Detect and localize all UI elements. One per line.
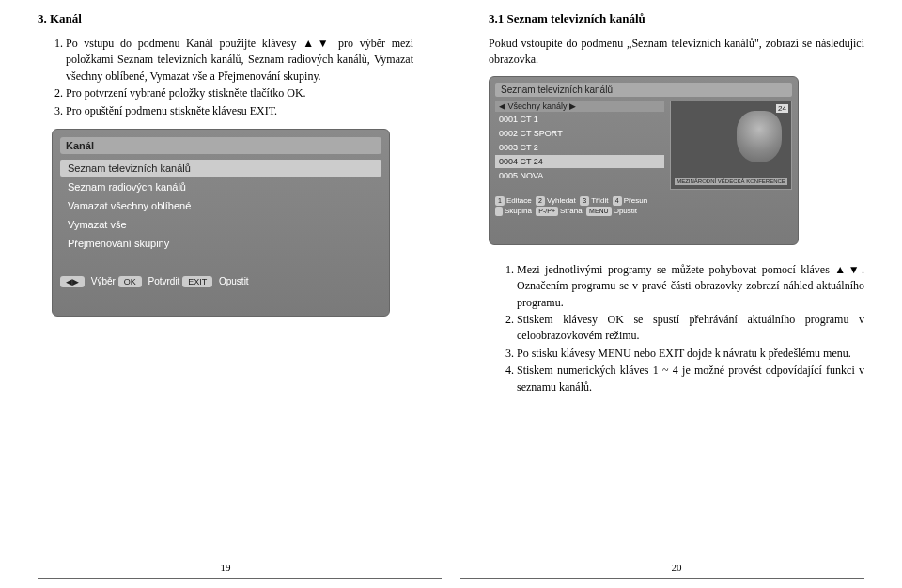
menu-item: Seznam televizních kanálů: [60, 160, 381, 177]
list-item: Po stisku klávesy MENU nebo EXIT dojde k…: [517, 346, 864, 362]
hint-key: OK: [118, 276, 142, 287]
preview-pane: 24 MEZINÁRODNÍ VĚDECKÁ KONFERENCE: [670, 101, 792, 190]
footer-rule: [38, 578, 442, 580]
channel-item: 0004 CT 24: [495, 155, 664, 168]
list-item: Stiskem numerických kláves 1 ~ 4 je možn…: [517, 363, 864, 395]
section-heading: 3.1 Seznam televizních kanálů: [489, 11, 864, 26]
screenshot-channel-menu: Kanál Seznam televizních kanálů Seznam r…: [52, 129, 390, 317]
list-item: Pro potvrzení vybrané položky stiskněte …: [66, 85, 413, 101]
legend-key: 1: [495, 196, 505, 206]
instruction-list: Mezi jednotlivými programy se můžete poh…: [489, 262, 864, 395]
preview-image: [737, 111, 782, 162]
menu-item: Přejmenování skupiny: [60, 235, 381, 252]
tab-arrow-left: ◀: [499, 101, 505, 111]
hint-label: Výběr: [91, 276, 116, 286]
tab-arrow-right: ▶: [569, 101, 576, 111]
menu-item: Seznam radiových kanálů: [60, 178, 381, 195]
footer-rule: [460, 578, 864, 580]
page-number: 20: [672, 562, 682, 573]
menu-list: Seznam televizních kanálů Seznam radiový…: [60, 160, 381, 252]
tab-text: Všechny kanály: [508, 101, 568, 111]
page-number: 19: [221, 562, 231, 573]
legend-label: Vyhledat: [547, 196, 576, 205]
legend-label: Skupina: [505, 207, 532, 215]
legend-key: 4: [613, 196, 622, 206]
legend-key: 2: [536, 196, 545, 206]
page-left: 3. Kanál Po vstupu do podmenu Kanál použ…: [0, 0, 451, 588]
hint-label: Opustit: [219, 276, 249, 286]
channel-list: ◀ Všechny kanály ▶ 0001 CT 1 0002 CT SPO…: [495, 101, 664, 190]
tab-label: ◀ Všechny kanály ▶: [495, 101, 664, 112]
preview-caption: MEZINÁRODNÍ VĚDECKÁ KONFERENCE: [675, 178, 787, 185]
section-heading: 3. Kanál: [38, 11, 413, 26]
legend-key: 3: [580, 196, 589, 206]
menu-title: Kanál: [60, 137, 381, 154]
legend-label: Opustit: [614, 207, 637, 215]
legend-key: MENU: [586, 207, 612, 216]
channel-item: 0001 CT 1: [495, 113, 664, 126]
legend-label: Editace: [506, 196, 532, 205]
legend-label: Přesun: [624, 196, 647, 205]
legend-key: P-/P+: [536, 207, 558, 216]
list-item: Pro opuštění podmenu stiskněte klávesu E…: [66, 103, 413, 119]
legend: 1Editace 2Vyhledat 3Třídit 4Přesun Skupi…: [495, 195, 792, 216]
menu-item: Vymazat vše: [60, 216, 381, 233]
channel-item: 0005 NOVA: [495, 169, 664, 182]
intro-text: Pokud vstoupíte do podmenu „Seznam telev…: [489, 36, 864, 69]
screenshot-channel-list: Seznam televizních kanálů ◀ Všechny kaná…: [489, 76, 799, 245]
channel-item: 0002 CT SPORT: [495, 127, 664, 140]
hint-key: ◀▶: [60, 276, 85, 287]
channel-item: 0003 CT 2: [495, 141, 664, 154]
page-right: 3.1 Seznam televizních kanálů Pokud vsto…: [451, 0, 902, 588]
menu-hints: ◀▶ Výběr OK Potvrdit EXIT Opustit: [60, 276, 381, 287]
hint-key: EXIT: [182, 276, 212, 287]
legend-key: [495, 207, 503, 216]
legend-label: Třídit: [591, 196, 608, 205]
list-title: Seznam televizních kanálů: [495, 83, 792, 97]
list-item: Po vstupu do podmenu Kanál použijte kláv…: [66, 36, 413, 85]
list-item: Mezi jednotlivými programy se můžete poh…: [517, 262, 864, 311]
instruction-list: Po vstupu do podmenu Kanál použijte kláv…: [38, 36, 413, 119]
list-item: Stiskem klávesy OK se spustí přehrávání …: [517, 312, 864, 345]
menu-item: Vamazat všechny oblíbené: [60, 197, 381, 214]
channel-badge: 24: [776, 104, 788, 113]
legend-label: Strana: [560, 207, 583, 215]
hint-label: Potvrdit: [148, 276, 179, 286]
